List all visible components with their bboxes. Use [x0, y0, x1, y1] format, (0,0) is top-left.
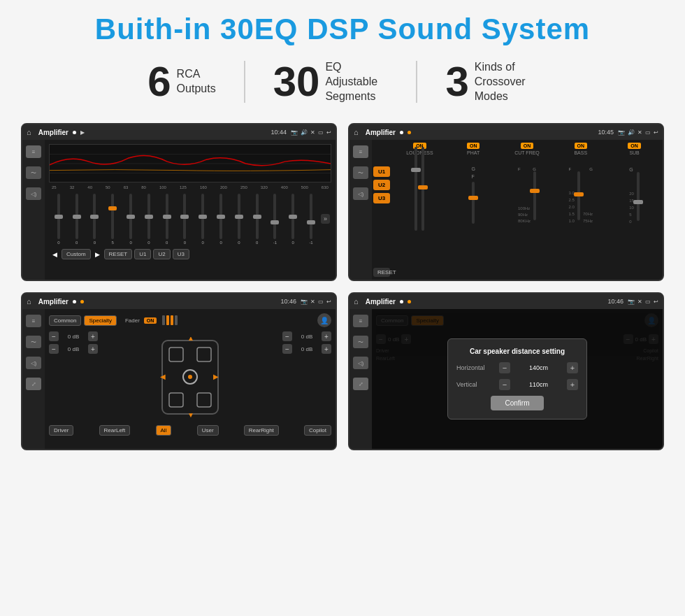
sidebar-2: ≡ 〜 ◁)	[349, 140, 372, 280]
eq-slider-12[interactable]: -1	[267, 194, 284, 245]
plus-bl[interactable]: +	[88, 344, 98, 354]
eq-u3-btn[interactable]: U3	[173, 249, 189, 259]
loudness-slider-r[interactable]	[421, 147, 424, 231]
sub-on[interactable]: ON	[628, 143, 641, 149]
horizontal-plus[interactable]: +	[567, 362, 578, 373]
sidebar-wave-icon-4[interactable]: 〜	[353, 336, 368, 348]
loudness-slider-l[interactable]	[414, 147, 417, 231]
horizontal-minus[interactable]: −	[499, 362, 510, 373]
minus-tr[interactable]: −	[282, 331, 292, 341]
person-icon[interactable]: 👤	[317, 313, 331, 327]
sidebar-speaker-icon[interactable]: ◁)	[26, 187, 41, 200]
x-icon-2: ✕	[637, 129, 642, 136]
db-row-tl: − 0 dB +	[49, 331, 98, 341]
svg-rect-5	[169, 348, 183, 361]
eq-slider-6[interactable]: 0	[159, 194, 175, 245]
stat-crossover-number: 3	[445, 61, 468, 103]
back-icon-2[interactable]: ↩	[654, 129, 658, 136]
eq2-reset-btn[interactable]: RESET	[373, 268, 390, 277]
cutfreq-slider[interactable]	[533, 171, 536, 220]
sidebar-vol-icon-4[interactable]: ◁)	[353, 357, 368, 369]
minus-tl[interactable]: −	[49, 331, 59, 341]
eq-slider-13[interactable]: 0	[284, 194, 301, 245]
eq-slider-3[interactable]: 5	[104, 194, 121, 245]
driver-btn[interactable]: Driver	[49, 425, 73, 436]
cutfreq-on[interactable]: ON	[521, 143, 534, 149]
sidebar-speaker-icon-2[interactable]: ◁)	[353, 187, 368, 200]
copilot-btn[interactable]: Copilot	[304, 425, 331, 436]
rearright-btn[interactable]: RearRight	[244, 425, 279, 436]
home-icon-3[interactable]: ⌂	[27, 297, 31, 306]
plus-tr[interactable]: +	[322, 331, 331, 341]
eq-slider-7[interactable]: 0	[177, 194, 194, 245]
minus-bl[interactable]: −	[49, 344, 59, 354]
freq-100: 100	[159, 185, 166, 189]
u3-button[interactable]: U3	[373, 193, 390, 203]
all-btn[interactable]: All	[156, 425, 172, 436]
stat-rca-label: RCA Outputs	[177, 67, 216, 96]
stat-rca: 6 RCA Outputs	[120, 61, 243, 103]
rearleft-btn[interactable]: RearLeft	[99, 425, 131, 436]
screen-body-4: ≡ 〜 ◁) ⤢ Common Specialty 👤 − 0 d	[349, 309, 663, 449]
eq-slider-5[interactable]: 0	[140, 194, 157, 245]
eq-slider-14[interactable]: -1	[303, 194, 319, 245]
home-icon-2[interactable]: ⌂	[354, 128, 359, 136]
back-icon-3[interactable]: ↩	[326, 299, 331, 305]
sidebar-wave-icon-3[interactable]: 〜	[26, 336, 41, 348]
eq-slider-11[interactable]: 0	[249, 194, 266, 245]
eq-slider-10[interactable]: 0	[231, 194, 247, 245]
u1-button[interactable]: U1	[373, 166, 390, 177]
plus-br[interactable]: +	[322, 344, 331, 354]
fader-slider[interactable]	[162, 315, 178, 325]
eq-next-btn[interactable]: ▶	[93, 251, 102, 258]
confirm-button[interactable]: Confirm	[491, 396, 543, 410]
bass-on[interactable]: ON	[575, 143, 588, 149]
db-row-tr: − 0 dB +	[282, 331, 331, 341]
sidebar-wave-icon-2[interactable]: 〜	[353, 166, 368, 179]
eq-custom-btn[interactable]: Custom	[62, 249, 91, 259]
sidebar-vol-icon-3[interactable]: ◁)	[26, 357, 41, 369]
vertical-minus[interactable]: −	[499, 379, 510, 390]
topbar-app-3: Amplifier	[38, 298, 68, 306]
sidebar-expand-icon-4[interactable]: ⤢	[353, 378, 368, 390]
eq-slider-2[interactable]: 0	[87, 194, 103, 245]
svg-point-10	[188, 375, 192, 379]
sidebar-wave-icon[interactable]: 〜	[26, 166, 41, 179]
common-btn[interactable]: Common	[49, 315, 81, 326]
eq-slider-8[interactable]: 0	[194, 194, 211, 245]
eq-prev-btn[interactable]: ◀	[50, 251, 59, 258]
eq-more-arrow[interactable]: »	[321, 214, 330, 224]
phat-slider[interactable]	[472, 182, 475, 224]
eq-u1-btn[interactable]: U1	[134, 249, 151, 259]
dialog-title: Car speaker distance setting	[456, 348, 578, 355]
bass-slider[interactable]	[577, 171, 580, 220]
home-icon-4[interactable]: ⌂	[354, 297, 359, 306]
sidebar-eq-icon-3[interactable]: ≡	[26, 315, 41, 327]
eq-slider-4[interactable]: 0	[122, 194, 139, 245]
eq-reset-btn[interactable]: RESET	[104, 249, 133, 259]
eq-slider-1[interactable]: 0	[68, 194, 85, 245]
fader-on[interactable]: ON	[144, 317, 157, 324]
phat-on[interactable]: ON	[467, 143, 480, 149]
camera-icon-3: 📷	[301, 299, 308, 305]
plus-tl[interactable]: +	[88, 331, 98, 341]
vertical-plus[interactable]: +	[567, 379, 578, 390]
back-icon-1[interactable]: ↩	[326, 129, 331, 136]
home-icon[interactable]: ⌂	[27, 128, 31, 136]
sidebar-eq-icon-4[interactable]: ≡	[353, 315, 368, 327]
sidebar-eq-icon[interactable]: ≡	[26, 145, 41, 158]
user-btn[interactable]: User	[197, 425, 219, 436]
sub-slider[interactable]	[637, 172, 640, 221]
u2-button[interactable]: U2	[373, 180, 390, 190]
sidebar-expand-icon-3[interactable]: ⤢	[26, 378, 41, 390]
eq-u2-btn[interactable]: U2	[153, 249, 170, 259]
specialty-btn[interactable]: Specialty	[84, 315, 116, 326]
eq2-main-content: ON LOUDNESS	[391, 140, 663, 280]
sidebar-eq-icon-2[interactable]: ≡	[353, 145, 368, 158]
eq-slider-0[interactable]: 0	[50, 194, 67, 245]
minus-br[interactable]: −	[282, 344, 292, 354]
back-icon-4[interactable]: ↩	[654, 299, 658, 305]
eq-slider-9[interactable]: 0	[212, 194, 229, 245]
status-dot-orange-3	[80, 300, 84, 303]
fader-bar-4	[175, 315, 178, 325]
